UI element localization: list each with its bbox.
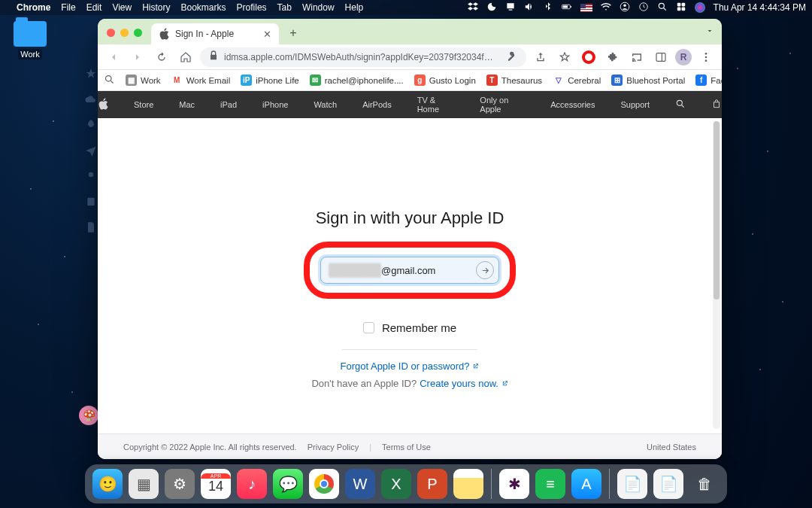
share-button[interactable] [531, 47, 550, 67]
wifi-icon[interactable] [601, 2, 611, 14]
key-icon[interactable] [507, 50, 519, 64]
sidepanel-button[interactable] [651, 47, 671, 67]
nav-forward-button[interactable] [128, 47, 147, 67]
dock-settings[interactable]: ⚙ [165, 469, 195, 499]
reload-button[interactable] [152, 47, 171, 67]
extension-opera-icon[interactable] [579, 47, 598, 67]
siri-icon[interactable] [695, 2, 705, 13]
bookmark-rachel-email[interactable]: ✉rachel@iphonelife.... [310, 75, 404, 86]
nav-support[interactable]: Support [620, 100, 650, 109]
control-center-icon[interactable] [676, 2, 686, 14]
side-emoji-button[interactable]: 🍄 [79, 406, 98, 425]
footer-terms-link[interactable]: Terms of Use [382, 443, 431, 452]
dock-calendar[interactable]: APR14 [201, 469, 231, 499]
clock-icon[interactable] [638, 2, 649, 14]
chrome-menu-button[interactable] [696, 47, 716, 67]
dock-file-1[interactable]: 📄 [617, 469, 647, 499]
remember-checkbox[interactable] [363, 322, 374, 333]
side-doc-icon[interactable] [85, 221, 97, 236]
menu-window[interactable]: Window [302, 2, 335, 13]
bookmark-gusto[interactable]: gGusto Login [414, 75, 476, 86]
window-minimize-button[interactable] [120, 29, 129, 37]
side-star-icon[interactable] [85, 68, 97, 83]
create-account-link[interactable]: Create yours now. [420, 378, 508, 389]
menu-bookmarks[interactable]: Bookmarks [181, 2, 226, 13]
nav-bag-icon[interactable] [711, 99, 722, 111]
desktop-folder-work[interactable]: Work [8, 21, 53, 59]
menubar-app-name[interactable]: Chrome [17, 2, 50, 13]
dropbox-icon[interactable] [468, 2, 478, 14]
nav-only-on-apple[interactable]: Only on Apple [480, 96, 525, 114]
window-zoom-button[interactable] [134, 29, 142, 37]
nav-store[interactable]: Store [134, 100, 153, 109]
dock-appstore[interactable]: A [571, 469, 601, 499]
menu-edit[interactable]: Edit [86, 2, 102, 13]
forgot-link[interactable]: Forgot Apple ID or password? [341, 360, 480, 372]
dock-spotify[interactable]: ≡ [535, 469, 565, 499]
dock-trash[interactable]: 🗑 [689, 469, 720, 499]
do-not-disturb-icon[interactable] [486, 2, 497, 14]
dock-messages[interactable]: 💬 [273, 469, 303, 499]
bookmark-bluehost[interactable]: ⊞Bluehost Portal [611, 75, 685, 86]
bookmark-thesaurus[interactable]: TThesaurus [486, 75, 542, 86]
bluetooth-icon[interactable] [543, 2, 553, 14]
menu-file[interactable]: File [61, 2, 75, 13]
footer-region[interactable]: United States [647, 443, 696, 452]
new-tab-button[interactable]: + [283, 23, 303, 43]
nav-mac[interactable]: Mac [179, 100, 195, 109]
window-close-button[interactable] [107, 29, 115, 37]
scrollbar-thumb[interactable] [714, 121, 720, 300]
browser-tab[interactable]: Sign In - Apple ✕ [151, 23, 279, 44]
extensions-button[interactable] [603, 47, 623, 67]
bookmark-star-button[interactable] [555, 47, 574, 67]
flag-icon[interactable] [580, 4, 592, 12]
menu-tab[interactable]: Tab [277, 2, 292, 13]
apple-id-input[interactable]: ██████@gmail.com [320, 257, 499, 284]
spotlight-icon[interactable] [657, 2, 668, 14]
nav-watch[interactable]: Watch [314, 100, 337, 109]
bookmark-cerebral[interactable]: ▽Cerebral [553, 75, 601, 86]
dock-file-2[interactable]: 📄 [653, 469, 683, 499]
battery-icon[interactable] [562, 2, 572, 14]
tabs-overflow-icon[interactable] [705, 25, 714, 38]
side-rocket-icon[interactable] [85, 119, 97, 134]
menu-history[interactable]: History [142, 2, 170, 13]
scrollbar[interactable] [713, 121, 720, 429]
bookmark-work[interactable]: ▦Work [126, 75, 161, 86]
nav-tv-home[interactable]: TV & Home [417, 96, 455, 114]
menu-help[interactable]: Help [345, 2, 364, 13]
tab-close-icon[interactable]: ✕ [263, 29, 271, 40]
bookmark-iphone-life[interactable]: iPiPhone Life [241, 75, 299, 86]
dock-slack[interactable]: ✱ [499, 469, 529, 499]
dock-powerpoint[interactable]: P [417, 469, 447, 499]
bookmark-search-icon[interactable] [104, 74, 115, 87]
volume-icon[interactable] [524, 2, 535, 14]
dock-finder[interactable]: 🙂 [92, 469, 123, 499]
footer-privacy-link[interactable]: Privacy Policy [308, 443, 359, 452]
home-button[interactable] [176, 47, 195, 67]
menu-view[interactable]: View [112, 2, 132, 13]
profile-avatar[interactable]: R [675, 49, 692, 65]
dock-chrome[interactable] [309, 469, 339, 499]
remember-me[interactable]: Remember me [363, 321, 456, 334]
dock-music[interactable]: ♪ [237, 469, 267, 499]
side-pin-icon[interactable] [85, 170, 97, 185]
apple-logo-icon[interactable] [98, 98, 108, 111]
cast-button[interactable] [627, 47, 647, 67]
menu-profiles[interactable]: Profiles [237, 2, 267, 13]
nav-airpods[interactable]: AirPods [362, 100, 392, 109]
address-bar[interactable]: idmsa.apple.com/IDMSWebAuth/signin?appId… [200, 47, 526, 67]
side-send-icon[interactable] [85, 144, 97, 160]
dock-notes[interactable] [453, 469, 483, 499]
dock-excel[interactable]: X [381, 469, 411, 499]
side-cloud-icon[interactable] [85, 93, 97, 108]
side-note-icon[interactable] [85, 196, 97, 211]
display-icon[interactable] [505, 2, 516, 14]
dock-word[interactable]: W [345, 469, 375, 499]
dock-launchpad[interactable]: ▦ [129, 469, 159, 499]
nav-iphone[interactable]: iPhone [262, 100, 288, 109]
user-icon[interactable] [620, 2, 630, 14]
continue-arrow-button[interactable] [476, 261, 494, 279]
nav-accessories[interactable]: Accessories [550, 100, 595, 109]
menubar-datetime[interactable]: Thu Apr 14 4:44:34 PM [714, 2, 806, 13]
